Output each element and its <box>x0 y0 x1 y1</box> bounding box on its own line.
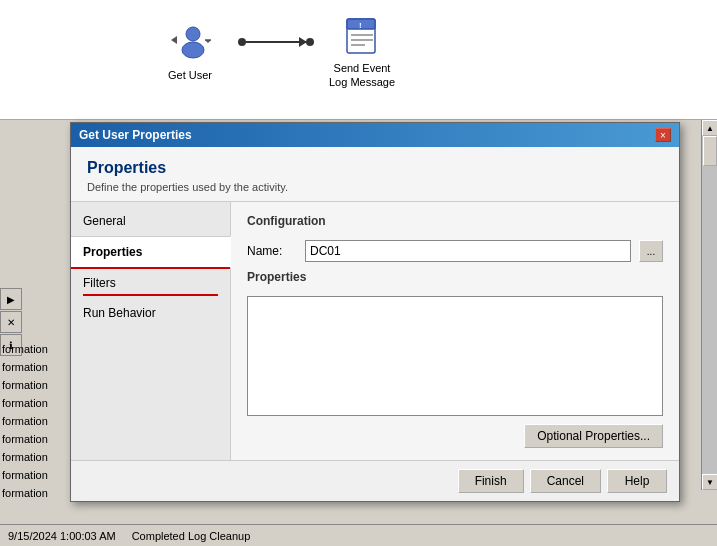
list-item: formation <box>0 412 70 430</box>
stop-button[interactable]: ✕ <box>0 311 22 333</box>
status-timestamp: 9/15/2024 1:00:03 AM <box>8 530 116 542</box>
workflow-arrow <box>238 38 314 46</box>
list-item: formation <box>0 394 70 412</box>
scrollbar-thumb[interactable] <box>703 136 717 166</box>
send-event-node[interactable]: ! Send Event Log Message <box>322 15 402 90</box>
dialog-titlebar: Get User Properties × <box>71 123 679 147</box>
dialog-header-title: Properties <box>87 159 663 177</box>
list-item: formation <box>0 466 70 484</box>
play-button[interactable]: ▶ <box>0 288 22 310</box>
dialog-header-description: Define the properties used by the activi… <box>87 181 663 193</box>
get-user-node[interactable]: Get User <box>150 22 230 82</box>
list-item: formation <box>0 448 70 466</box>
name-browse-button[interactable]: ... <box>639 240 663 262</box>
nav-item-filters[interactable]: Filters <box>71 268 230 298</box>
name-field-row: Name: ... <box>247 240 663 262</box>
finish-button[interactable]: Finish <box>458 469 524 493</box>
dialog-header: Properties Define the properties used by… <box>71 147 679 202</box>
get-user-icon <box>169 22 211 64</box>
svg-point-1 <box>186 27 200 41</box>
properties-section-label: Properties <box>247 270 663 284</box>
list-item: formation <box>0 430 70 448</box>
properties-box <box>247 296 663 416</box>
dialog-right-content: Configuration Name: ... Properties Optio… <box>231 202 679 460</box>
dialog-left-nav: General Properties Filters Run Behavior <box>71 202 231 460</box>
send-event-icon: ! <box>341 15 383 57</box>
list-item: formation <box>0 376 70 394</box>
dialog-footer: Finish Cancel Help <box>71 460 679 501</box>
nav-item-properties[interactable]: Properties <box>71 236 231 268</box>
dialog-title: Get User Properties <box>79 128 192 142</box>
name-label: Name: <box>247 244 297 258</box>
nav-item-run-behavior[interactable]: Run Behavior <box>71 298 230 328</box>
scrollbar-track[interactable] <box>702 136 717 474</box>
left-panel: formation formation formation formation … <box>0 340 70 502</box>
cancel-button[interactable]: Cancel <box>530 469 601 493</box>
dialog-content: Properties Define the properties used by… <box>71 147 679 501</box>
send-event-label: Send Event Log Message <box>329 61 395 90</box>
nav-item-general[interactable]: General <box>71 206 230 236</box>
list-item: formation <box>0 358 70 376</box>
svg-marker-0 <box>171 36 177 44</box>
svg-text:!: ! <box>359 21 362 30</box>
get-user-label: Get User <box>168 68 212 82</box>
svg-point-2 <box>182 42 204 58</box>
right-scrollbar[interactable]: ▲ ▼ <box>701 120 717 490</box>
help-button[interactable]: Help <box>607 469 667 493</box>
dialog-body: General Properties Filters Run Behavior … <box>71 202 679 460</box>
list-item: formation <box>0 484 70 502</box>
status-bar: 9/15/2024 1:00:03 AM Completed Log Clean… <box>0 524 717 546</box>
get-user-properties-dialog: Get User Properties × Properties Define … <box>70 122 680 502</box>
optional-properties-button[interactable]: Optional Properties... <box>524 424 663 448</box>
scroll-down-button[interactable]: ▼ <box>702 474 717 490</box>
dialog-close-button[interactable]: × <box>655 128 671 142</box>
name-input[interactable] <box>305 240 631 262</box>
scroll-up-button[interactable]: ▲ <box>702 120 717 136</box>
status-message: Completed Log Cleanup <box>132 530 251 542</box>
config-section-label: Configuration <box>247 214 663 228</box>
workflow-diagram: Get User ! Send Event Log Message <box>150 15 402 90</box>
list-item: formation <box>0 340 70 358</box>
